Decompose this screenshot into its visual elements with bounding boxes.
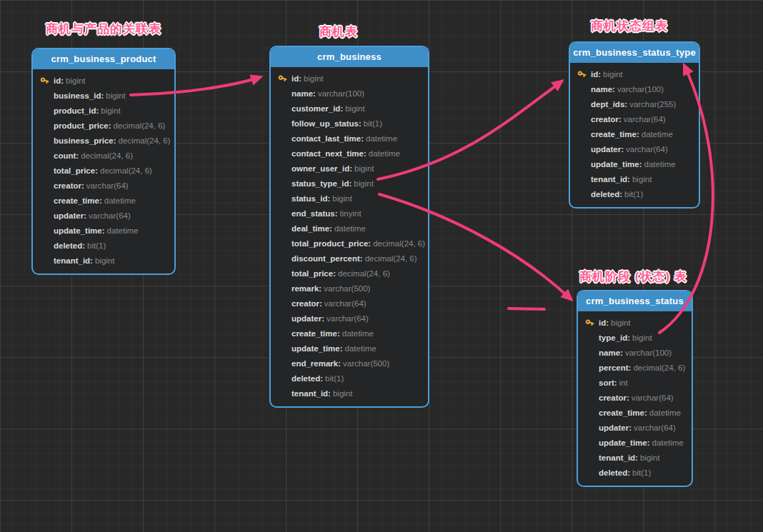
field-name: update_time: <box>291 344 343 353</box>
field-type: decimal(24, 6) <box>114 121 166 130</box>
field-row[interactable]: deal_time:datetime <box>278 221 424 236</box>
field-row[interactable]: type_id:bigint <box>585 330 687 345</box>
field-name: deal_time: <box>291 224 332 233</box>
field-name: id: <box>599 318 609 327</box>
field-row[interactable]: creator:varchar(64) <box>278 296 424 311</box>
field-row[interactable]: status_type_id:bigint <box>278 176 424 191</box>
field-row[interactable]: tenant_id:bigint <box>40 253 170 268</box>
table-crm-business-product[interactable]: crm_business_product id:bigintbusiness_i… <box>31 48 176 275</box>
field-row[interactable]: deleted:bit(1) <box>278 371 424 386</box>
field-row[interactable]: count:decimal(24, 6) <box>40 148 170 163</box>
field-row[interactable]: product_price:decimal(24, 6) <box>40 118 170 133</box>
field-name: end_remark: <box>291 359 341 368</box>
annotation-label-status-type: 商机状态组表 <box>591 18 668 34</box>
field-type: datetime <box>642 130 673 139</box>
field-name: create_time: <box>54 196 102 205</box>
field-row[interactable]: total_product_price:decimal(24, 6) <box>278 236 424 251</box>
field-row[interactable]: end_status:tinyint <box>278 206 424 221</box>
field-row[interactable]: sort:int <box>585 375 687 390</box>
field-row[interactable]: follow_up_status:bit(1) <box>278 116 424 131</box>
field-row[interactable]: update_time:datetime <box>585 435 687 450</box>
field-row[interactable]: updater:varchar(64) <box>585 420 687 435</box>
field-row[interactable]: id:bigint <box>278 71 424 86</box>
field-type: bigint <box>640 453 660 462</box>
field-row[interactable]: create_time:datetime <box>278 326 424 341</box>
field-row[interactable]: create_time:datetime <box>577 126 694 141</box>
field-row[interactable]: id:bigint <box>585 315 687 330</box>
field-row[interactable]: percent:decimal(24, 6) <box>585 360 687 375</box>
field-type: varchar(64) <box>624 115 666 124</box>
field-name: deleted: <box>599 468 630 477</box>
table-body: id:biginttype_id:bigintname:varchar(100)… <box>578 311 692 486</box>
field-row[interactable]: status_id:bigint <box>278 191 424 206</box>
table-crm-business-status-type[interactable]: crm_business_status_type id:bigintname:v… <box>569 41 700 209</box>
field-name: update_time: <box>599 438 650 447</box>
field-row[interactable]: creator:varchar(64) <box>577 111 694 126</box>
field-name: deleted: <box>291 374 323 383</box>
table-header[interactable]: crm_business <box>271 47 428 67</box>
field-type: varchar(64) <box>326 314 369 323</box>
field-row[interactable]: name:varchar(100) <box>278 86 424 101</box>
field-row[interactable]: name:varchar(100) <box>577 81 694 96</box>
field-type: varchar(100) <box>617 85 664 94</box>
field-row[interactable]: updater:varchar(64) <box>40 208 170 223</box>
field-row[interactable]: create_time:datetime <box>40 193 170 208</box>
field-row[interactable]: contact_last_time:datetime <box>278 131 424 146</box>
field-row[interactable]: update_time:datetime <box>577 156 694 171</box>
field-row[interactable]: deleted:bit(1) <box>40 238 170 253</box>
field-row[interactable]: updater:varchar(64) <box>278 311 424 326</box>
table-body: id:bigintbusiness_id:bigintproduct_id:bi… <box>33 69 174 273</box>
field-row[interactable]: tenant_id:bigint <box>585 450 687 465</box>
field-row[interactable]: business_id:bigint <box>40 88 170 103</box>
field-row[interactable]: remark:varchar(500) <box>278 281 424 296</box>
field-type: bit(1) <box>87 241 106 250</box>
table-header[interactable]: crm_business_product <box>33 49 174 69</box>
field-type: varchar(64) <box>632 393 674 402</box>
field-type: datetime <box>345 344 376 353</box>
field-type: bigint <box>354 164 374 173</box>
field-type: datetime <box>342 329 374 338</box>
field-name: tenant_id: <box>591 175 630 184</box>
field-row[interactable]: discount_percent:decimal(24, 6) <box>278 251 424 266</box>
field-row[interactable]: tenant_id:bigint <box>278 386 424 401</box>
field-row[interactable]: customer_id:bigint <box>278 101 424 116</box>
field-row[interactable]: creator:varchar(64) <box>585 390 687 405</box>
primary-key-icon <box>576 68 587 79</box>
field-row[interactable]: total_price:decimal(24, 6) <box>40 163 170 178</box>
field-row[interactable]: total_price:decimal(24, 6) <box>278 266 424 281</box>
field-row[interactable]: create_time:datetime <box>585 405 687 420</box>
field-type: decimal(24, 6) <box>373 239 425 248</box>
field-name: deleted: <box>591 190 622 199</box>
field-row[interactable]: contact_next_time:datetime <box>278 146 424 161</box>
field-type: varchar(64) <box>324 299 366 308</box>
field-row[interactable]: business_price:decimal(24, 6) <box>40 133 170 148</box>
field-row[interactable]: id:bigint <box>577 66 694 81</box>
field-name: name: <box>591 85 615 94</box>
field-name: name: <box>291 89 316 98</box>
field-row[interactable]: updater:varchar(64) <box>577 141 694 156</box>
field-row[interactable]: end_remark:varchar(500) <box>278 356 424 371</box>
field-row[interactable]: product_id:bigint <box>40 103 170 118</box>
field-name: create_time: <box>591 130 639 139</box>
field-type: decimal(24, 6) <box>100 166 152 175</box>
field-name: updater: <box>599 423 632 432</box>
table-crm-business-status[interactable]: crm_business_status id:biginttype_id:big… <box>577 290 693 487</box>
field-row[interactable]: update_time:datetime <box>40 223 170 238</box>
field-type: bigint <box>632 333 652 342</box>
field-row[interactable]: dept_ids:varchar(255) <box>577 96 694 111</box>
field-row[interactable]: deleted:bit(1) <box>585 465 687 480</box>
field-row[interactable]: update_time:datetime <box>278 341 424 356</box>
table-header[interactable]: crm_business_status <box>578 291 692 311</box>
field-type: decimal(24, 6) <box>365 254 417 263</box>
field-row[interactable]: owner_user_id:bigint <box>278 161 424 176</box>
field-row[interactable]: creator:varchar(64) <box>40 178 170 193</box>
relation-arrow-status-id-tail-stroke <box>509 308 544 309</box>
field-type: varchar(64) <box>86 181 129 190</box>
field-row[interactable]: name:varchar(100) <box>585 345 687 360</box>
er-diagram-canvas[interactable]: 商机与产品的关联表 商机表 商机状态组表 商机阶段 (状态) 表 crm_bus… <box>0 0 763 532</box>
field-row[interactable]: tenant_id:bigint <box>577 171 694 186</box>
table-header[interactable]: crm_business_status_type <box>570 43 699 63</box>
table-crm-business[interactable]: crm_business id:bigintname:varchar(100)c… <box>269 46 429 408</box>
field-row[interactable]: id:bigint <box>40 73 170 88</box>
field-row[interactable]: deleted:bit(1) <box>577 186 694 201</box>
